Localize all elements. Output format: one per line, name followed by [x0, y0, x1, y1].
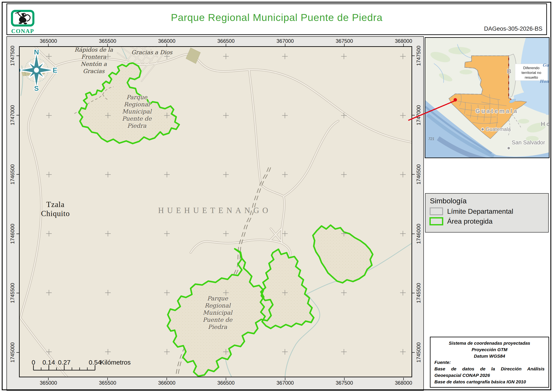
map-sheet-header: CONAP Parque Regional Municipal Puente d…	[7, 3, 547, 35]
axis-tick	[16, 56, 19, 56]
axis-tick	[16, 174, 19, 175]
axis-label-y-right: 1746000	[416, 224, 422, 244]
label-park-south: Parque	[207, 295, 228, 302]
axis-tick	[166, 44, 167, 46]
axis-tick	[412, 234, 415, 234]
fuente-label: Fuente:	[434, 359, 545, 366]
svg-text:Municipal: Municipal	[122, 108, 152, 115]
projection-line: Proyección GTM	[434, 346, 545, 353]
svg-text:Regional: Regional	[205, 302, 231, 309]
axis-label-x-top: 365500	[99, 38, 116, 44]
limite-swatch-icon	[429, 207, 443, 216]
compass-s: S	[34, 84, 39, 92]
axis-tick	[107, 378, 108, 380]
axis-label-y-left: 1745000	[9, 342, 15, 362]
svg-text:Nentón a: Nentón a	[81, 61, 107, 67]
datum-line: Datum WGS84	[434, 353, 545, 359]
axis-label-y-right: 1745500	[416, 283, 422, 303]
svg-text:Puente de: Puente de	[203, 316, 233, 323]
axis-label-x-top: 365000	[40, 38, 57, 44]
sea-label-fragment-1: Gu	[542, 63, 549, 67]
compass-e: E	[53, 66, 57, 74]
svg-text:0.14: 0.14	[42, 359, 55, 366]
axis-label-y-left: 1747500	[9, 46, 15, 66]
country-label: Guatemala	[476, 108, 518, 114]
svg-text:Regional: Regional	[124, 101, 150, 108]
axis-label-x-top: 366500	[217, 38, 235, 44]
svg-text:resuelto: resuelto	[525, 75, 538, 79]
svg-text:0.54: 0.54	[89, 359, 101, 366]
inset-map-canvas: B Diferendo territorial no resuelto Gu H…	[425, 38, 549, 158]
axis-tick	[412, 174, 415, 175]
axis-label-y-right: 1745000	[416, 342, 422, 362]
source-line-2: Base de datos cartografía básica IGN 201…	[434, 378, 545, 385]
axis-tick	[226, 44, 226, 46]
axis-label-x-top: 366000	[158, 38, 175, 44]
axis-tick	[226, 378, 226, 380]
svg-text:Piedra: Piedra	[208, 323, 227, 330]
compass-o: O	[20, 66, 21, 74]
source-info-box: Sistema de coordenadas proyectadas Proye…	[430, 337, 549, 388]
axis-tick	[16, 234, 19, 234]
svg-text:Piedra: Piedra	[127, 122, 146, 129]
axis-label-x-bottom: 366000	[158, 380, 175, 386]
axis-label-x-top: 367000	[276, 38, 294, 44]
conap-logo-text: CONAP	[10, 28, 35, 35]
svg-text:Frontera: Frontera	[81, 54, 106, 60]
svg-text:0: 0	[32, 359, 35, 366]
honduras-label-fragment: Ho	[541, 121, 549, 127]
axis-tick	[344, 44, 345, 46]
axis-tick	[412, 293, 415, 293]
map-sheet: { "header": { "logo_text": "CONAP", "tit…	[0, 0, 553, 392]
svg-text:territorial no: territorial no	[521, 70, 541, 75]
axis-tick	[48, 44, 48, 46]
depth-label: 721	[428, 137, 434, 141]
crs-line: Sistema de coordenadas proyectadas	[434, 340, 545, 346]
svg-text:Puente de: Puente de	[122, 115, 152, 122]
axis-tick	[16, 115, 19, 115]
legend-title: Simbología	[430, 197, 544, 205]
svg-text:Kilómetros: Kilómetros	[100, 359, 131, 366]
main-map: N E S O Rápidos de la Frontera Nentón a …	[19, 46, 412, 377]
svg-text:Chiquito: Chiquito	[41, 209, 70, 218]
axis-label-y-right: 1746500	[416, 164, 422, 184]
label-tzala: Tzala	[46, 200, 65, 209]
capital-city-label: Guatemala	[486, 126, 511, 132]
axis-label-y-right: 1747000	[416, 105, 422, 125]
axis-label-x-bottom: 367500	[336, 380, 353, 386]
main-map-canvas: N E S O Rápidos de la Frontera Nentón a …	[20, 47, 412, 377]
document-id: DAGeos-305-2026-BS	[484, 26, 542, 32]
legend-item-area-protegida: Área protegida	[429, 217, 544, 225]
source-line-1: Base de datos de la Dirección Análisis G…	[434, 366, 545, 378]
svg-text:Municipal: Municipal	[203, 309, 233, 316]
axis-tick	[412, 56, 415, 56]
san-salvador-label: San Salvador	[512, 139, 545, 146]
legend-item-label: Área protegida	[447, 217, 492, 225]
belize-label-fragment: B	[507, 68, 513, 75]
axis-tick	[16, 293, 19, 293]
inset-map: B Diferendo territorial no resuelto Gu H…	[425, 37, 550, 158]
axis-label-y-left: 1746000	[9, 224, 15, 244]
axis-tick	[412, 115, 415, 115]
axis-tick	[166, 378, 167, 380]
legend-item-label: Límite Departamental	[447, 207, 513, 216]
label-bases: Bases a	[141, 47, 163, 48]
axis-tick	[403, 44, 404, 46]
axis-label-x-bottom: 368000	[395, 380, 412, 386]
axis-label-x-bottom: 365000	[40, 380, 57, 386]
axis-tick	[285, 378, 285, 380]
label-rapidos: Rápidos de la	[75, 47, 113, 53]
compass-n: N	[34, 48, 39, 56]
legend: Simbología Límite Departamental Área pro…	[425, 193, 549, 232]
axis-label-y-left: 1746500	[9, 164, 15, 184]
axis-tick	[107, 44, 108, 46]
axis-tick	[285, 44, 285, 46]
axis-tick	[48, 378, 48, 380]
axis-label-x-top: 367500	[336, 38, 353, 44]
axis-label-x-top: 368000	[395, 38, 412, 44]
svg-text:Gracias: Gracias	[83, 68, 105, 74]
axis-label-x-bottom: 367000	[276, 380, 294, 386]
capital-city-dot	[481, 128, 484, 131]
svg-text:Diferendo: Diferendo	[523, 66, 539, 70]
area-protegida-swatch-icon	[429, 217, 443, 225]
